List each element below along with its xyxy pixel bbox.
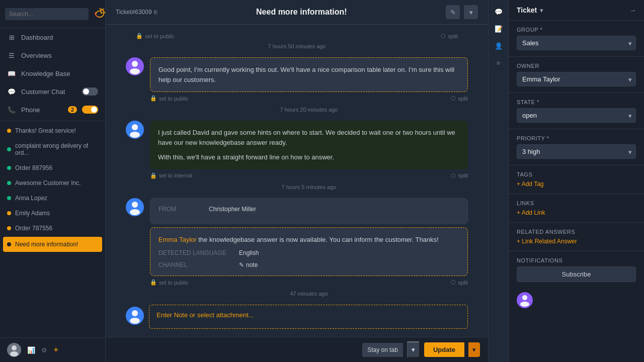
note-author-link[interactable]: Emma Taylor [158,236,197,243]
add-icon[interactable]: + [53,345,59,355]
add-link-button[interactable]: + Add Link [517,209,636,216]
sidebar-ticket-need-more-info[interactable]: Need more information! [3,237,102,252]
msg-meta-2: 🔒set to public ⬡split [150,95,468,102]
notifications-label: NOTIFICATIONS [517,257,636,263]
from-label: FROM [158,206,199,213]
ticket-label: Order 887956 [15,164,52,171]
message-action-1: 🔒set to public ⬡split 7 hours 50 minutes… [126,33,468,51]
avatar-4 [126,198,144,216]
owner-select-wrapper: Emma Taylor [517,72,636,86]
links-section: LINKS + Add Link [509,194,644,223]
priority-label: PRIORITY * [517,135,636,141]
related-answers-section: RELATED ANSWERS + Link Related Answer [509,223,644,251]
add-related-answer-button[interactable]: + Link Related Answer [517,238,636,245]
group-label: GROUP * [517,27,636,33]
sidebar-item-customer-chat[interactable]: 💬 Customer Chat [0,82,105,101]
bottom-bar: Stay on tab ▾ Update ▾ [106,337,488,362]
sidebar-item-overviews[interactable]: ☰ Overviews [0,46,105,64]
update-button[interactable]: Update [424,342,464,357]
ticket-label: Thanks! Great service! [15,127,76,134]
tags-section: TAGS + Add Tag [509,165,644,194]
message-text-3a: I just called David and gave some hints … [158,128,460,147]
sidebar-ticket-order787556[interactable]: Order 787556 [0,221,105,236]
lock-label-3: 🔒set to internal [150,172,192,179]
sidebar-item-dashboard[interactable]: ⊞ Dashboard [0,28,105,46]
status-dot [7,211,11,215]
sidebar-ticket-thanks[interactable]: Thanks! Great service! [0,123,105,138]
state-label: STATE * [517,99,636,105]
sidebar-ticket-anna-lopez[interactable]: Anna Lopez [0,191,105,206]
subscribe-button[interactable]: Subscribe [517,266,636,282]
ticket-id: Ticket#63009 ⎘ [116,9,157,16]
pencil-button[interactable]: ✎ [446,5,460,19]
sidebar-ticket-awesome-customer[interactable]: Awesome Customer Inc. [0,175,105,191]
phone-toggle[interactable] [82,106,98,114]
stay-on-tab-chevron[interactable]: ▾ [407,341,420,358]
list-side-icon[interactable]: ≡ [491,55,506,70]
person-side-icon[interactable]: 👤 [491,38,506,53]
note-side-icon[interactable]: 📝 [491,21,506,36]
stay-on-tab-button[interactable]: Stay on tab [362,343,403,357]
sidebar-ticket-emily-adams[interactable]: Emily Adams [0,206,105,221]
msg-meta-3: 🔒set to internal ⬡split [150,172,468,179]
priority-select[interactable]: 3 high [517,144,636,159]
note-icon: ✎ [239,261,244,268]
content-wrapper: Ticket#63009 ⎘ Need more information! ✎ … [106,0,644,362]
state-select-wrapper: open [517,108,636,123]
messages-area[interactable]: 🔒set to public ⬡split 7 hours 50 minutes… [106,25,488,300]
subscribers-avatars [509,288,644,312]
owner-select[interactable]: Emma Taylor [517,72,636,86]
notifications-section: NOTIFICATIONS Subscribe [509,251,644,288]
avatar-3 [126,121,144,139]
copy-icon: ⎘ [154,9,157,15]
channel-row: CHANNEL ✎ note [158,261,459,268]
attachment-link[interactable]: select attachment... [197,311,254,319]
sidebar-bottom: 📊 ⚙ + [0,337,105,362]
status-dot [7,196,11,200]
msg-meta-1: 🔒set to public ⬡split [126,33,468,39]
ticket-label: Need more information! [15,241,78,248]
status-dot [7,226,11,230]
customer-chat-toggle[interactable] [82,87,98,96]
sidebar-ticket-order887956[interactable]: Order 887956 [0,160,105,175]
update-chevron-button[interactable]: ▾ [468,342,480,357]
tags-label: TAGS [517,171,636,177]
state-section: STATE * open [509,93,644,129]
svg-point-2 [132,61,138,67]
sidebar-item-knowledge-base[interactable]: 📖 Knowledge Base [0,64,105,82]
chevron-button[interactable]: ▾ [464,5,478,19]
split-label-4: ⬡split [451,279,468,286]
user-avatar[interactable] [7,343,21,357]
status-dot [7,242,11,246]
right-panel-arrow[interactable]: → [629,7,636,14]
sidebar-item-phone[interactable]: 📞 Phone 2 [0,101,105,119]
ticket-number: Ticket#63009 [116,9,152,16]
chat-side-icon[interactable]: 💬 [491,4,506,19]
detected-language-row: DETECTED LANGUAGE English [158,249,459,256]
settings-icon[interactable]: ⚙ [41,346,47,354]
note-input-field[interactable]: Enter Note or select attachment... [149,305,468,329]
sidebar: ⊞ Dashboard ☰ Overviews 📖 Knowledge Base… [0,0,106,362]
add-tag-button[interactable]: + Add Tag [517,180,636,188]
links-label: LINKS [517,200,636,206]
ticket-dropdown-icon[interactable]: ▾ [540,7,543,14]
sidebar-ticket-complaint[interactable]: complaint wrong delivery of ord... [0,138,105,160]
from-row: FROM Christopher Miller [158,206,459,213]
svg-point-0 [12,345,17,350]
sidebar-item-label: Overviews [21,52,98,59]
sidebar-divider [0,121,105,121]
status-dot [7,147,11,151]
group-select[interactable]: Sales [517,36,636,50]
lock-label-1: 🔒set to public [136,33,175,39]
state-select[interactable]: open [517,108,636,123]
ticket-label: complaint wrong delivery of ord... [15,142,98,156]
split-label-1: ⬡split [441,33,458,39]
message-bubble-2: Good point, I'm currently working this o… [150,57,468,92]
stats-icon[interactable]: 📊 [27,346,35,354]
msg-time-4: 47 minutes ago [150,291,468,297]
search-input[interactable] [5,8,89,20]
right-panel-header: Ticket ▾ → [509,0,644,21]
svg-point-3 [130,68,140,74]
message-text-3b: With this, we'll have a straight forward… [158,152,460,162]
split-label-3: ⬡split [451,172,468,179]
